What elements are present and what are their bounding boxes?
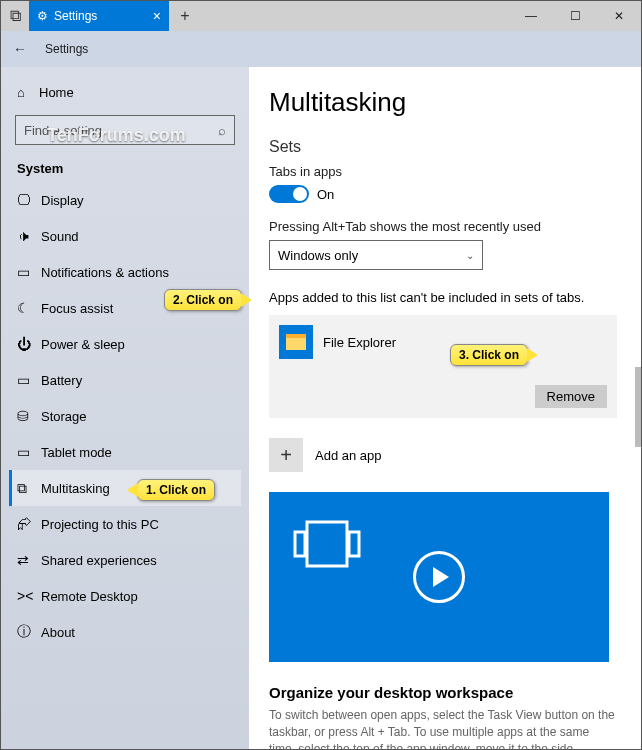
organize-title: Organize your desktop workspace (269, 684, 617, 701)
home-icon: ⌂ (17, 85, 39, 100)
tabs-in-apps-label: Tabs in apps (269, 164, 617, 179)
sets-icon[interactable]: ⧉ (1, 1, 29, 31)
nav-label: Sound (41, 229, 79, 244)
dropdown-value: Windows only (278, 248, 358, 263)
maximize-button[interactable]: ☐ (553, 1, 597, 31)
callout-2: 2. Click on (164, 289, 242, 311)
search-placeholder: Find a setting (24, 123, 218, 138)
main-content: Multitasking Sets Tabs in apps On Pressi… (249, 67, 641, 749)
tabs-in-apps-toggle[interactable] (269, 185, 309, 203)
nav-label: Projecting to this PC (41, 517, 159, 532)
sidebar-item-storage[interactable]: ⛁Storage (9, 398, 241, 434)
file-explorer-icon (279, 325, 313, 359)
sidebar-item-projecting[interactable]: ⮳Projecting to this PC (9, 506, 241, 542)
nav-label: Display (41, 193, 84, 208)
page-title: Multitasking (269, 87, 617, 118)
sidebar-item-about[interactable]: ⓘAbout (9, 614, 241, 650)
sidebar-item-remote[interactable]: ><Remote Desktop (9, 578, 241, 614)
sidebar-item-tablet[interactable]: ▭Tablet mode (9, 434, 241, 470)
display-icon: 🖵 (17, 192, 41, 208)
tablet-icon: ▭ (17, 444, 41, 460)
nav-label: Focus assist (41, 301, 113, 316)
tab-close-icon[interactable]: × (153, 8, 161, 24)
add-app-label: Add an app (315, 448, 382, 463)
remote-icon: >< (17, 588, 41, 604)
notifications-icon: ▭ (17, 264, 41, 280)
gear-icon: ⚙ (37, 9, 48, 23)
sidebar-category: System (9, 155, 241, 182)
play-icon (413, 551, 465, 603)
power-icon: ⏻ (17, 336, 41, 352)
app-title: Settings (45, 42, 88, 56)
sidebar: ⌂ Home TenForums.com Find a setting ⌕ Sy… (1, 67, 249, 749)
tab-settings[interactable]: ⚙ Settings × (29, 1, 169, 31)
nav-label: Power & sleep (41, 337, 125, 352)
new-tab-button[interactable]: + (169, 1, 201, 31)
focus-icon: ☾ (17, 300, 41, 316)
alt-tab-dropdown[interactable]: Windows only ⌄ (269, 240, 483, 270)
organize-desc: To switch between open apps, select the … (269, 707, 617, 749)
exclude-note: Apps added to this list can't be include… (269, 290, 617, 305)
titlebar: ⧉ ⚙ Settings × + — ☐ ✕ (1, 1, 641, 31)
toggle-state: On (317, 187, 334, 202)
sidebar-item-display[interactable]: 🖵Display (9, 182, 241, 218)
video-thumb-icon (293, 514, 363, 574)
nav-label: Tablet mode (41, 445, 112, 460)
minimize-button[interactable]: — (509, 1, 553, 31)
sidebar-home[interactable]: ⌂ Home (9, 75, 241, 109)
nav-label: Remote Desktop (41, 589, 138, 604)
remove-button[interactable]: Remove (535, 385, 607, 408)
about-icon: ⓘ (17, 623, 41, 641)
svg-rect-2 (349, 532, 359, 556)
video-preview[interactable] (269, 492, 609, 662)
shared-icon: ⇄ (17, 552, 41, 568)
app-name: File Explorer (323, 335, 396, 350)
sidebar-item-power[interactable]: ⏻Power & sleep (9, 326, 241, 362)
alt-tab-label: Pressing Alt+Tab shows the most recently… (269, 219, 617, 234)
svg-rect-1 (295, 532, 305, 556)
storage-icon: ⛁ (17, 408, 41, 424)
nav-label: Storage (41, 409, 87, 424)
scrollbar[interactable] (635, 367, 641, 447)
sets-heading: Sets (269, 138, 617, 156)
callout-3: 3. Click on (450, 344, 528, 366)
nav-label: Multitasking (41, 481, 110, 496)
nav-label: About (41, 625, 75, 640)
search-icon: ⌕ (218, 123, 226, 138)
multitasking-icon: ⧉ (17, 480, 41, 497)
nav-label: Shared experiences (41, 553, 157, 568)
home-label: Home (39, 85, 74, 100)
nav-label: Notifications & actions (41, 265, 169, 280)
sidebar-item-shared[interactable]: ⇄Shared experiences (9, 542, 241, 578)
tab-label: Settings (54, 9, 97, 23)
chevron-down-icon: ⌄ (466, 250, 474, 261)
sound-icon: 🕩 (17, 228, 41, 244)
search-input[interactable]: Find a setting ⌕ (15, 115, 235, 145)
sidebar-item-sound[interactable]: 🕩Sound (9, 218, 241, 254)
sidebar-item-notifications[interactable]: ▭Notifications & actions (9, 254, 241, 290)
projecting-icon: ⮳ (17, 516, 41, 532)
add-app-button[interactable]: + (269, 438, 303, 472)
excluded-app-card[interactable]: File Explorer Remove (269, 315, 617, 418)
svg-rect-0 (307, 522, 347, 566)
callout-1: 1. Click on (137, 479, 215, 501)
back-button[interactable]: ← (13, 41, 27, 57)
battery-icon: ▭ (17, 372, 41, 388)
sidebar-item-battery[interactable]: ▭Battery (9, 362, 241, 398)
nav-label: Battery (41, 373, 82, 388)
close-button[interactable]: ✕ (597, 1, 641, 31)
app-header: ← Settings (1, 31, 641, 67)
